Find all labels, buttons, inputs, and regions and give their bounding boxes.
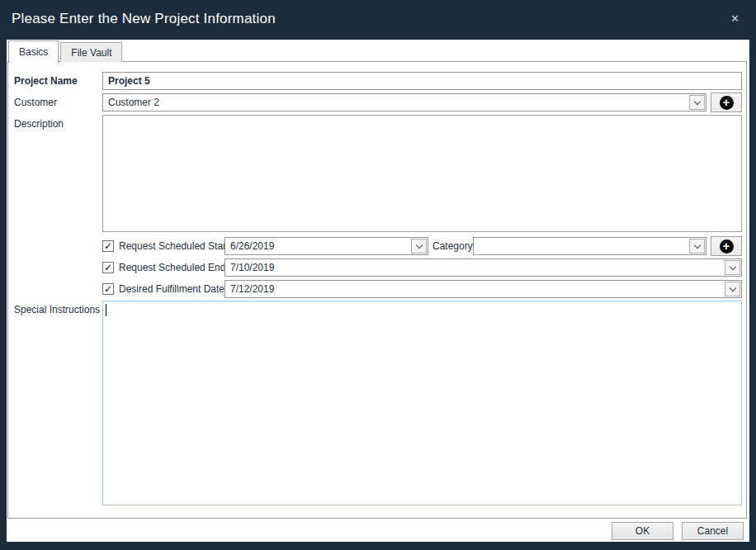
plus-icon: +: [720, 239, 734, 254]
project-name-input[interactable]: [102, 72, 742, 90]
fulfillment-date-dropdown-button[interactable]: [725, 282, 740, 296]
scheduled-start-date-value: 6/26/2019: [225, 238, 410, 254]
special-instructions-textarea[interactable]: [102, 301, 742, 505]
chevron-down-icon: [693, 97, 700, 104]
dialog-title: Please Enter the New Project Information: [12, 11, 276, 27]
check-icon: ✓: [104, 263, 112, 273]
chevron-down-icon: [415, 241, 422, 248]
chevron-down-icon: [729, 263, 735, 269]
scheduled-start-dropdown-button[interactable]: [411, 239, 427, 254]
fulfillment-date-dropdown[interactable]: 7/12/2019: [224, 280, 742, 298]
category-label: Category: [432, 237, 473, 255]
close-icon[interactable]: ✕: [730, 12, 739, 26]
title-bar: Please Enter the New Project Information…: [0, 0, 756, 40]
tab-file-vault[interactable]: File Vault: [60, 42, 122, 62]
scheduled-start-checkbox[interactable]: ✓: [102, 240, 114, 252]
scheduled-end-checkbox[interactable]: ✓: [102, 262, 114, 273]
fulfillment-date-checkbox[interactable]: ✓: [102, 283, 114, 295]
description-textarea[interactable]: [102, 115, 742, 232]
check-icon: ✓: [104, 284, 112, 294]
scheduled-end-dropdown-button[interactable]: [725, 260, 740, 275]
scheduled-start-label: Request Scheduled Start: [119, 237, 229, 255]
customer-dropdown[interactable]: Customer 2: [102, 93, 706, 111]
category-dropdown[interactable]: [473, 237, 706, 255]
customer-dropdown-button[interactable]: [689, 95, 705, 110]
tab-basics[interactable]: Basics: [8, 40, 59, 63]
fulfillment-date-label: Desired Fulfillment Date: [119, 280, 224, 298]
dialog-window: { "window": { "title": "Please Enter the…: [0, 0, 756, 550]
cancel-button[interactable]: Cancel: [682, 522, 744, 540]
ok-button[interactable]: OK: [612, 522, 673, 540]
description-label: Description: [14, 115, 64, 133]
customer-selected-value: Customer 2: [103, 94, 688, 111]
special-instructions-label: Special Instructions: [14, 301, 100, 319]
text-caret: [106, 304, 106, 316]
chevron-down-icon: [693, 241, 700, 248]
category-dropdown-button[interactable]: [689, 239, 705, 254]
plus-icon: +: [720, 96, 734, 110]
category-selected-value: [474, 238, 688, 254]
fulfillment-date-value: 7/12/2019: [225, 281, 724, 297]
customer-label: Customer: [14, 93, 57, 111]
scheduled-start-date-dropdown[interactable]: 6/26/2019: [224, 237, 428, 255]
add-category-button[interactable]: +: [711, 236, 742, 256]
check-icon: ✓: [104, 241, 112, 251]
scheduled-end-date-dropdown[interactable]: 7/10/2019: [224, 258, 742, 277]
add-customer-button[interactable]: +: [711, 92, 742, 112]
basics-tab-page: Project Name Customer Customer 2 + Descr…: [7, 61, 747, 519]
scheduled-end-label: Request Scheduled End: [119, 258, 225, 277]
scheduled-end-date-value: 7/10/2019: [225, 259, 724, 276]
project-name-label: Project Name: [14, 72, 78, 90]
dialog-content: Basics File Vault Project Name Customer …: [7, 40, 749, 542]
chevron-down-icon: [729, 284, 735, 291]
tab-strip: Basics File Vault: [8, 42, 124, 62]
